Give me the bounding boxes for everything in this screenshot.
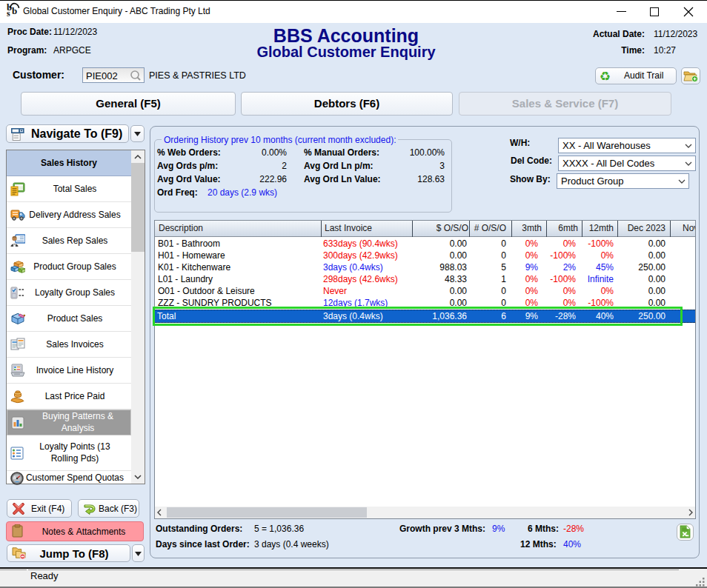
svg-text:♻: ♻ xyxy=(600,70,611,83)
